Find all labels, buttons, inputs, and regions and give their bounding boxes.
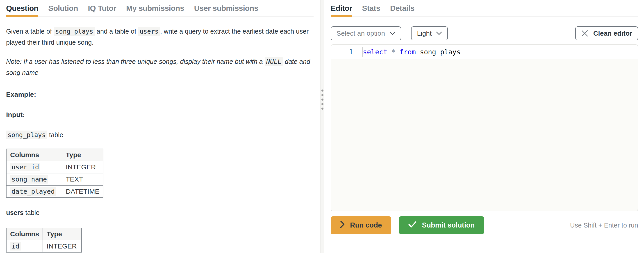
tab-editor[interactable]: Editor: [331, 0, 352, 17]
tab-my-submissions[interactable]: My submissions: [126, 0, 184, 17]
table-cell-type: INTEGER: [43, 240, 82, 252]
line-number: 1: [331, 48, 362, 56]
cell-code-user-id: user_id: [10, 163, 40, 171]
table-cell-type: TEXT: [62, 173, 103, 185]
theme-select-value: Light: [417, 30, 432, 37]
drag-handle-icon: [320, 87, 324, 112]
table-cell-column: user_id: [6, 161, 62, 173]
tab-stats[interactable]: Stats: [362, 0, 380, 17]
tab-user-submissions-label: User submissions: [194, 4, 258, 13]
code-line-1[interactable]: 1 select * from song_plays: [331, 45, 638, 59]
column-header-columns: Columns: [6, 228, 43, 240]
users-table-title: users table: [6, 209, 314, 216]
tab-my-submissions-label: My submissions: [126, 4, 184, 13]
close-icon: [581, 30, 588, 37]
tab-editor-label: Editor: [331, 4, 352, 13]
cell-code-song-name: song_name: [10, 175, 48, 183]
tab-iq-tutor-label: IQ Tutor: [88, 4, 116, 13]
users-schema-table: Columns Type id INTEGER: [6, 228, 82, 252]
table-cell-type: DATETIME: [62, 185, 103, 197]
table-row: song_name TEXT: [6, 173, 103, 185]
song-plays-table-title-code: song_plays: [6, 131, 47, 139]
tab-details-label: Details: [390, 4, 414, 13]
table-cell-column: date_played: [6, 185, 62, 197]
tab-details[interactable]: Details: [390, 0, 414, 17]
inline-code-users: users: [138, 27, 160, 36]
input-heading: Input:: [6, 111, 314, 119]
column-header-type: Type: [43, 228, 82, 240]
chevron-down-icon: [436, 32, 442, 35]
table-header-row: Columns Type: [6, 149, 103, 161]
editor-scrollbar-track[interactable]: [628, 45, 628, 211]
chevron-right-icon: [340, 220, 345, 230]
users-table-title-bold: users: [6, 209, 24, 216]
clean-editor-label: Clean editor: [593, 30, 632, 37]
tab-iq-tutor[interactable]: IQ Tutor: [88, 0, 116, 17]
page: Question Solution IQ Tutor My submission…: [0, 0, 644, 253]
panel-resize-divider[interactable]: [320, 0, 324, 253]
question-text-part1: Given a table of: [6, 28, 54, 35]
option-select-dropdown[interactable]: Select an option: [331, 26, 401, 40]
code-editor[interactable]: 1 select * from song_plays: [331, 45, 638, 211]
song-plays-table-title-suffix: table: [47, 131, 63, 138]
table-row: id INTEGER: [6, 240, 82, 252]
table-header-row: Columns Type: [6, 228, 82, 240]
code-token-table-name: song_plays: [420, 48, 461, 56]
question-panel: Question Solution IQ Tutor My submission…: [0, 0, 320, 253]
code-token-star: *: [391, 48, 395, 56]
cell-code-id: id: [10, 242, 21, 250]
tab-solution[interactable]: Solution: [48, 0, 78, 17]
question-text: Given a table of song_plays and a table …: [6, 26, 312, 48]
code-token-select: select: [363, 48, 387, 56]
run-code-label: Run code: [350, 221, 382, 229]
column-header-type: Type: [62, 149, 103, 161]
table-cell-column: song_name: [6, 173, 62, 185]
question-panel-tabs: Question Solution IQ Tutor My submission…: [6, 0, 314, 17]
example-heading: Example:: [6, 91, 314, 98]
song-plays-schema-table: Columns Type user_id INTEGER song_name T…: [6, 149, 104, 198]
keyboard-shortcut-hint: Use Shift + Enter to run: [570, 222, 638, 229]
question-note: Note: If a user has listened to less tha…: [6, 56, 312, 78]
chevron-down-icon: [390, 32, 395, 35]
submit-solution-label: Submit solution: [422, 221, 474, 229]
editor-panel-tabs: Editor Stats Details: [331, 0, 638, 17]
tab-stats-label: Stats: [362, 4, 380, 13]
table-cell-type: INTEGER: [62, 161, 103, 173]
inline-code-song-plays: song_plays: [54, 27, 95, 36]
note-part1: Note: If a user has listened to less tha…: [6, 58, 265, 65]
code-token-from: from: [400, 48, 416, 56]
option-select-value: Select an option: [336, 30, 385, 37]
cell-code-date-played: date_played: [10, 187, 56, 196]
column-header-columns: Columns: [6, 149, 62, 161]
theme-select-dropdown[interactable]: Light: [411, 26, 448, 40]
table-row: date_played DATETIME: [6, 185, 103, 197]
question-text-part2: and a table of: [95, 28, 138, 35]
editor-panel: Editor Stats Details Select an option Li…: [324, 0, 644, 253]
song-plays-table-title: song_plays table: [6, 131, 314, 139]
tab-user-submissions[interactable]: User submissions: [194, 0, 258, 17]
tab-question-label: Question: [6, 4, 38, 13]
text-cursor: [362, 47, 362, 57]
tab-question[interactable]: Question: [6, 0, 38, 17]
submit-solution-button[interactable]: Submit solution: [399, 216, 484, 234]
editor-actions: Run code Submit solution Use Shift + Ent…: [331, 216, 638, 234]
table-row: user_id INTEGER: [6, 161, 103, 173]
table-cell-column: id: [6, 240, 43, 252]
users-table-title-suffix: table: [24, 209, 40, 216]
editor-toolbar: Select an option Light Clean editor: [331, 26, 638, 40]
tab-solution-label: Solution: [48, 4, 78, 13]
clean-editor-button[interactable]: Clean editor: [575, 26, 638, 40]
run-code-button[interactable]: Run code: [331, 216, 391, 234]
check-icon: [408, 221, 416, 229]
inline-code-null: NULL: [265, 57, 283, 66]
